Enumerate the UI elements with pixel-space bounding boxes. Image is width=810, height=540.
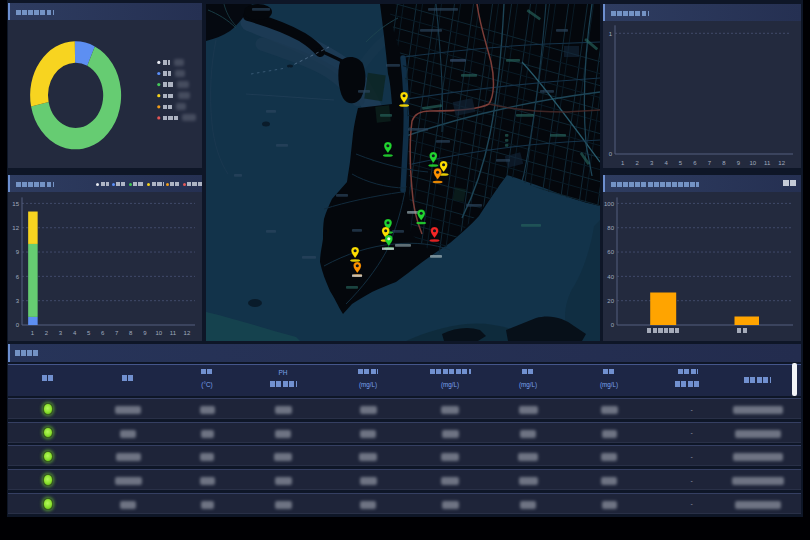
svg-text:9: 9 <box>737 160 741 166</box>
svg-text:9: 9 <box>143 330 147 336</box>
svg-text:15: 15 <box>12 201 19 207</box>
svg-text:10: 10 <box>156 330 163 336</box>
svg-text:100: 100 <box>604 201 615 207</box>
svg-text:12: 12 <box>12 225 19 231</box>
svg-text:3: 3 <box>650 160 654 166</box>
svg-text:0: 0 <box>609 151 613 157</box>
svg-text:1: 1 <box>609 31 613 37</box>
svg-text:10: 10 <box>749 160 756 166</box>
svg-text:0: 0 <box>611 322 615 328</box>
svg-text:5: 5 <box>679 160 683 166</box>
svg-text:8: 8 <box>722 160 726 166</box>
svg-text:5: 5 <box>87 330 91 336</box>
svg-text:1: 1 <box>621 160 625 166</box>
svg-text:3: 3 <box>59 330 63 336</box>
svg-text:6: 6 <box>101 330 105 336</box>
svg-text:11: 11 <box>170 330 177 336</box>
svg-text:1: 1 <box>31 330 35 336</box>
svg-text:3: 3 <box>16 298 20 304</box>
svg-text:60: 60 <box>607 249 614 255</box>
svg-text:2: 2 <box>45 330 49 336</box>
svg-text:11: 11 <box>764 160 771 166</box>
svg-text:6: 6 <box>16 274 20 280</box>
svg-text:4: 4 <box>73 330 77 336</box>
svg-text:9: 9 <box>16 249 20 255</box>
svg-text:80: 80 <box>607 225 614 231</box>
svg-text:2: 2 <box>635 160 639 166</box>
svg-text:12: 12 <box>778 160 785 166</box>
svg-text:20: 20 <box>607 298 614 304</box>
svg-text:6: 6 <box>693 160 697 166</box>
svg-text:7: 7 <box>115 330 119 336</box>
svg-text:7: 7 <box>708 160 712 166</box>
svg-text:4: 4 <box>664 160 668 166</box>
svg-text:12: 12 <box>184 330 191 336</box>
svg-text:40: 40 <box>607 274 614 280</box>
svg-text:0: 0 <box>16 322 20 328</box>
svg-text:8: 8 <box>129 330 133 336</box>
